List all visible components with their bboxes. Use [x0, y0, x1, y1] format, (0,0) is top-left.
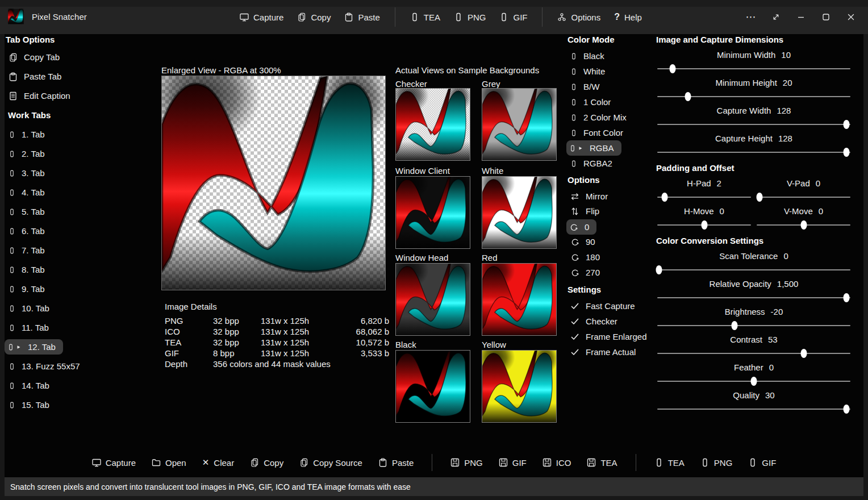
slider-thumb[interactable]: [844, 293, 850, 302]
slider-thumb[interactable]: [701, 220, 707, 230]
setting-frame-enlarged[interactable]: Frame Enlarged: [566, 329, 654, 344]
copy-gif-button[interactable]: GIF: [496, 10, 531, 24]
slider-track[interactable]: [657, 409, 850, 410]
feather-slider[interactable]: Feather0: [657, 363, 850, 382]
contrast-slider[interactable]: Contrast53: [657, 335, 850, 354]
work-tab-11[interactable]: 11. Tab: [5, 320, 56, 335]
work-tab-12-selected[interactable]: 12. Tab: [5, 339, 63, 355]
work-tab-13[interactable]: 13. Fuzz 55x57: [5, 359, 87, 374]
help-button[interactable]: ?Help: [611, 10, 645, 24]
slider-thumb[interactable]: [662, 193, 668, 202]
minimum-width-slider[interactable]: Minimum Width10: [657, 50, 850, 69]
minimize-icon[interactable]: [793, 9, 809, 25]
slider-thumb[interactable]: [800, 220, 807, 230]
slider-track[interactable]: [657, 224, 751, 226]
setting-checker[interactable]: Checker: [566, 314, 625, 329]
color-mode-rgba2[interactable]: RGBA2: [566, 156, 620, 171]
slider-thumb[interactable]: [656, 265, 662, 274]
slider-track[interactable]: [757, 197, 850, 198]
color-mode-black[interactable]: Black: [566, 48, 612, 64]
slider-thumb[interactable]: [844, 120, 850, 129]
edit-caption-button[interactable]: Edit Caption: [5, 88, 78, 103]
save-png-button[interactable]: PNG: [447, 456, 486, 470]
work-tab-7[interactable]: 7. Tab: [5, 243, 52, 258]
copy-png-button[interactable]: PNG: [450, 10, 490, 24]
slider-thumb[interactable]: [751, 377, 757, 386]
rotate-90[interactable]: 90: [566, 234, 603, 249]
work-tab-4[interactable]: 4. Tab: [5, 185, 52, 200]
slider-thumb[interactable]: [732, 321, 738, 330]
options-button[interactable]: Options: [554, 10, 604, 24]
copy-button[interactable]: Copy: [294, 10, 334, 24]
work-tab-6[interactable]: 6. Tab: [5, 223, 52, 239]
footer-paste-button[interactable]: Paste: [375, 456, 417, 470]
work-tab-9[interactable]: 9. Tab: [5, 281, 52, 297]
rotate-270[interactable]: 270: [566, 265, 607, 280]
slider-thumb[interactable]: [685, 92, 691, 101]
setting-frame-actual[interactable]: Frame Actual: [566, 344, 643, 360]
footer-copy-source-button[interactable]: Copy Source: [296, 456, 366, 470]
slider-track[interactable]: [657, 353, 850, 354]
h-move-slider[interactable]: H-Move0: [657, 206, 751, 226]
capture-height-slider[interactable]: Capture Height128: [657, 134, 850, 153]
slider-track[interactable]: [657, 152, 850, 153]
close-icon[interactable]: [843, 9, 859, 25]
resize-icon[interactable]: [768, 9, 784, 25]
rotate-0-selected[interactable]: 0: [566, 219, 596, 235]
flip-option[interactable]: Flip: [566, 203, 607, 219]
slider-thumb[interactable]: [844, 405, 850, 414]
capture-button[interactable]: Capture: [236, 10, 287, 24]
color-mode-bw[interactable]: B/W: [566, 79, 607, 94]
work-tab-2[interactable]: 2. Tab: [5, 146, 52, 161]
paste-button[interactable]: Paste: [341, 10, 383, 24]
mirror-option[interactable]: Mirror: [566, 189, 615, 204]
copy-tea-button[interactable]: TEA: [407, 10, 444, 24]
slider-thumb[interactable]: [844, 148, 850, 157]
footer-copy-gif-button[interactable]: GIF: [745, 456, 779, 470]
quality-slider[interactable]: Quality30: [657, 390, 850, 410]
footer-capture-button[interactable]: Capture: [89, 456, 139, 470]
footer-copy-button[interactable]: Copy: [247, 456, 287, 470]
work-tab-1[interactable]: 1. Tab: [5, 127, 52, 142]
work-tab-15[interactable]: 15. Tab: [5, 397, 57, 413]
color-mode-2-color-mix[interactable]: 2 Color Mix: [566, 110, 634, 125]
maximize-icon[interactable]: [818, 9, 834, 25]
slider-track[interactable]: [657, 381, 850, 382]
footer-open-button[interactable]: Open: [148, 456, 190, 470]
h-pad-slider[interactable]: H-Pad2: [657, 178, 751, 198]
capture-width-slider[interactable]: Capture Width128: [657, 106, 850, 125]
work-tab-10[interactable]: 10. Tab: [5, 301, 57, 316]
save-ico-button[interactable]: ICO: [539, 456, 575, 470]
color-mode-white[interactable]: White: [566, 64, 612, 79]
slider-track[interactable]: [657, 96, 850, 97]
v-move-slider[interactable]: V-Move0: [757, 206, 850, 226]
slider-track[interactable]: [657, 297, 850, 298]
v-pad-slider[interactable]: V-Pad0: [757, 178, 850, 198]
relative-opacity-slider[interactable]: Relative Opacity1,500: [657, 279, 850, 298]
color-mode-rgba-selected[interactable]: RGBA: [566, 140, 621, 156]
work-tab-8[interactable]: 8. Tab: [5, 262, 52, 277]
slider-track[interactable]: [657, 325, 850, 326]
footer-clear-button[interactable]: ✕Clear: [199, 455, 237, 470]
slider-thumb[interactable]: [801, 349, 807, 358]
color-mode-1-color[interactable]: 1 Color: [566, 94, 618, 110]
work-tab-5[interactable]: 5. Tab: [5, 204, 52, 219]
footer-copy-tea-button[interactable]: TEA: [651, 456, 688, 470]
work-tab-14[interactable]: 14. Tab: [5, 378, 57, 393]
slider-thumb[interactable]: [670, 64, 676, 73]
scan-tolerance-slider[interactable]: Scan Tolerance0: [657, 251, 850, 270]
more-icon[interactable]: ⋯: [743, 9, 759, 25]
brightness-slider[interactable]: Brightness-20: [657, 307, 850, 326]
slider-track[interactable]: [657, 197, 751, 198]
slider-track[interactable]: [657, 269, 850, 270]
minimum-height-slider[interactable]: Minimum Height20: [657, 78, 850, 97]
slider-thumb[interactable]: [756, 193, 762, 202]
paste-tab-button[interactable]: Paste Tab: [5, 69, 69, 84]
setting-fast-capture[interactable]: Fast Capture: [566, 298, 642, 314]
color-mode-font-color[interactable]: Font Color: [566, 125, 631, 140]
save-gif-button[interactable]: GIF: [495, 456, 530, 470]
slider-track[interactable]: [757, 224, 850, 226]
copy-tab-button[interactable]: Copy Tab: [5, 49, 67, 65]
save-tea-button[interactable]: TEA: [583, 456, 620, 470]
footer-copy-png-button[interactable]: PNG: [697, 456, 736, 470]
